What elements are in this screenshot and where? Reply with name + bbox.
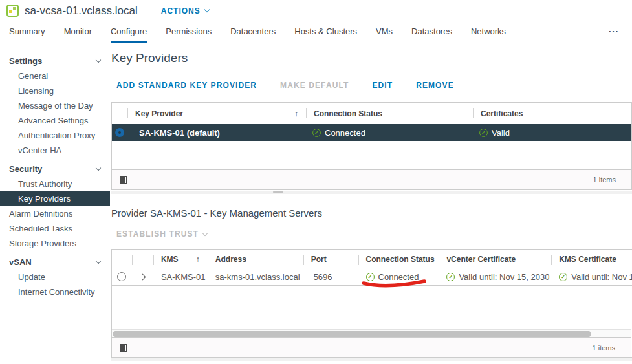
content-pane: Key Providers ADD STANDARD KEY PROVIDER …	[110, 43, 632, 363]
status-ok-icon: ✓	[479, 129, 488, 137]
tab-permissions[interactable]: Permissions	[166, 27, 212, 43]
sort-ascending-icon: ↑	[196, 255, 200, 264]
status-label: Valid until: Nov 15, 2030	[459, 272, 549, 282]
add-standard-key-provider-button[interactable]: ADD STANDARD KEY PROVIDER	[116, 81, 257, 90]
column-label: vCenter Certificate	[446, 255, 516, 264]
chevron-down-icon	[96, 259, 101, 264]
column-label: KMS Certificate	[559, 255, 616, 264]
kms-section-title: Provider SA-KMS-01 - Key Management Serv…	[111, 208, 632, 219]
certificates-status: ✓ Valid	[479, 128, 510, 138]
sidebar-group-label: vSAN	[9, 257, 32, 267]
title-separator	[149, 5, 149, 17]
sidebar-group-vsan[interactable]: vSAN	[0, 254, 110, 270]
tab-summary[interactable]: Summary	[9, 27, 45, 43]
sidebar-group-security[interactable]: Security	[0, 161, 110, 177]
status-label: Valid	[492, 128, 510, 138]
sort-ascending-icon: ↑	[294, 109, 298, 118]
column-header-kms-certificate[interactable]: KMS Certificate	[551, 250, 632, 268]
column-label: Connection Status	[314, 109, 382, 118]
sidebar-group-label: Settings	[9, 56, 42, 66]
column-header-port[interactable]: Port	[303, 250, 358, 268]
tab-bar: Summary Monitor Configure Permissions Da…	[0, 21, 632, 43]
expand-column-header	[132, 250, 153, 268]
connection-status: ✓ Connected	[366, 272, 419, 282]
sidebar-item-trust-authority[interactable]: Trust Authority	[0, 177, 110, 191]
sidebar-item-message-of-the-day[interactable]: Message of the Day	[0, 98, 110, 113]
sidebar-item-vcenter-ha[interactable]: vCenter HA	[0, 143, 110, 158]
radio-column-header	[112, 250, 132, 268]
scrollbar-thumb[interactable]	[113, 331, 591, 337]
sidebar-item-key-providers[interactable]: Key Providers	[0, 191, 110, 206]
items-count: 1 items	[593, 176, 616, 184]
title-bar: sa-vcsa-01.vclass.local ACTIONS	[0, 0, 632, 21]
sidebar-item-alarm-definitions[interactable]: Alarm Definitions	[0, 206, 110, 221]
column-header-vcenter-certificate[interactable]: vCenter Certificate	[439, 250, 551, 268]
configure-sidebar: Settings General Licensing Message of th…	[0, 43, 110, 363]
status-label: Valid until: Nov 15, 2030	[571, 272, 632, 282]
sidebar-group-label: Security	[9, 164, 42, 174]
status-ok-icon: ✓	[559, 273, 567, 281]
sidebar-group-settings[interactable]: Settings	[0, 53, 110, 69]
remove-button[interactable]: REMOVE	[416, 81, 454, 90]
column-settings-icon[interactable]	[120, 176, 127, 184]
table-resize-strip	[111, 191, 632, 194]
chevron-down-icon	[96, 166, 101, 171]
column-label: Connection Status	[366, 255, 435, 264]
key-providers-table: Key Provider ↑ Connection Status Certifi…	[111, 102, 632, 190]
sidebar-item-authentication-proxy[interactable]: Authentication Proxy	[0, 128, 110, 143]
column-header-key-provider[interactable]: Key Provider ↑	[127, 103, 306, 124]
kms-connection-status-cell: ✓ Connected	[358, 272, 439, 282]
table-empty-area	[112, 286, 632, 329]
table-header-row: KMS ↑ Address Port Connection Status vCe…	[112, 250, 632, 268]
sidebar-item-advanced-settings[interactable]: Advanced Settings	[0, 113, 110, 128]
kms-row[interactable]: SA-KMS-01 sa-kms-01.vclass.local 5696 ✓ …	[112, 268, 632, 286]
column-header-certificates[interactable]: Certificates	[473, 103, 631, 124]
key-provider-name: SA-KMS-01 (default)	[127, 128, 306, 138]
column-header-connection-status[interactable]: Connection Status	[306, 103, 473, 124]
table-resize-strip	[111, 358, 632, 361]
horizontal-scrollbar[interactable]	[112, 329, 631, 337]
page-title: Key Providers	[111, 51, 632, 65]
sidebar-item-scheduled-tasks[interactable]: Scheduled Tasks	[0, 221, 110, 236]
column-header-kms[interactable]: KMS ↑	[153, 250, 208, 268]
row-radio-selected[interactable]	[115, 128, 124, 137]
status-ok-icon: ✓	[446, 273, 455, 281]
column-header-address[interactable]: Address	[208, 250, 303, 268]
column-label: Port	[311, 255, 327, 264]
connection-status: ✓ Connected	[312, 128, 365, 138]
kms-certificate-status: ✓ Valid until: Nov 15, 2030	[559, 272, 632, 282]
tab-configure[interactable]: Configure	[111, 27, 147, 43]
vcenter-certificate-status: ✓ Valid until: Nov 15, 2030	[446, 272, 549, 282]
key-provider-row[interactable]: SA-KMS-01 (default) ✓ Connected ✓ Valid	[112, 124, 631, 141]
sidebar-item-licensing[interactable]: Licensing	[0, 83, 110, 98]
table-footer: 1 items	[112, 337, 631, 357]
establish-trust-label: ESTABLISH TRUST	[116, 230, 199, 239]
actions-button[interactable]: ACTIONS	[161, 6, 209, 16]
expand-row-icon[interactable]	[139, 273, 146, 280]
sidebar-item-general[interactable]: General	[0, 69, 110, 83]
establish-trust-button[interactable]: ESTABLISH TRUST	[116, 230, 207, 239]
edit-button[interactable]: EDIT	[372, 81, 393, 90]
resize-handle[interactable]	[273, 191, 283, 193]
tab-vms[interactable]: VMs	[376, 27, 393, 43]
sidebar-item-storage-providers[interactable]: Storage Providers	[0, 236, 110, 251]
tab-hosts-clusters[interactable]: Hosts & Clusters	[294, 27, 357, 43]
column-settings-icon[interactable]	[120, 344, 127, 352]
status-ok-icon: ✓	[366, 273, 375, 281]
make-default-button[interactable]: MAKE DEFAULT	[280, 81, 349, 90]
row-radio-unselected[interactable]	[117, 272, 126, 281]
table-header-row: Key Provider ↑ Connection Status Certifi…	[112, 103, 631, 124]
sidebar-item-internet-connectivity[interactable]: Internet Connectivity	[0, 284, 110, 299]
column-label: Address	[215, 255, 246, 264]
radio-column-header	[112, 103, 127, 124]
tab-datacenters[interactable]: Datacenters	[230, 27, 276, 43]
column-header-connection-status[interactable]: Connection Status	[358, 250, 439, 268]
actions-label: ACTIONS	[161, 6, 201, 16]
sidebar-item-update[interactable]: Update	[0, 270, 110, 284]
more-tabs-icon[interactable]: ···	[609, 27, 619, 43]
tab-monitor[interactable]: Monitor	[64, 27, 92, 43]
tab-datastores[interactable]: Datastores	[411, 27, 452, 43]
kms-table-clip: KMS ↑ Address Port Connection Status vCe…	[111, 249, 632, 358]
tab-networks[interactable]: Networks	[471, 27, 506, 43]
status-ok-icon: ✓	[312, 129, 321, 137]
